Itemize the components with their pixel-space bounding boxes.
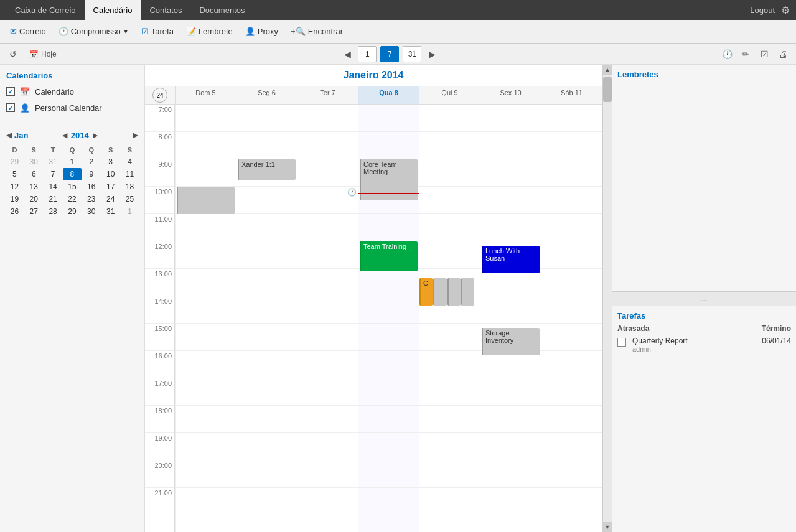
mini-cal-day[interactable]: 29 (5, 156, 24, 168)
next-nav-button[interactable]: ▶ (425, 47, 439, 61)
mini-cal-day[interactable]: 4 (120, 156, 139, 168)
mini-cal-day[interactable]: 17 (101, 180, 120, 193)
mini-cal-day[interactable]: 24 (101, 193, 120, 205)
mini-cal-day[interactable]: 5 (5, 168, 24, 180)
checklist-view-icon[interactable]: ☑ (756, 46, 772, 62)
mini-cal-day[interactable]: 31 (101, 205, 120, 218)
view-day-button[interactable]: 1 (358, 46, 377, 62)
scroll-down-arrow[interactable]: ▼ (602, 522, 612, 532)
mini-cal-day[interactable]: 18 (120, 180, 139, 193)
mini-next-year[interactable]: ▶ (91, 130, 99, 141)
calendar-item-1[interactable]: ✔ 👤 Personal Calendar (6, 101, 138, 114)
time-slot: 13:00 (145, 269, 174, 296)
mini-cal-day[interactable]: 25 (120, 193, 139, 205)
mini-day-header: D (5, 144, 24, 156)
mini-cal-day[interactable]: 28 (44, 205, 63, 218)
mini-cal-day[interactable]: 19 (5, 193, 24, 205)
mini-next-month[interactable]: ▶ (131, 129, 139, 141)
mini-cal-day[interactable]: 10 (101, 168, 120, 180)
vertical-scrollbar[interactable]: ▲ ▼ (602, 65, 612, 532)
nav-tab-correio[interactable]: Caixa de Correio (6, 0, 85, 20)
mini-cal-day[interactable]: 30 (24, 156, 44, 168)
cal-day-header-5[interactable]: Sex 10 (480, 86, 541, 104)
edit-view-icon[interactable]: ✏ (737, 46, 754, 62)
mini-cal-day[interactable]: 16 (82, 180, 101, 193)
hour-row (358, 378, 419, 406)
mini-cal-day[interactable]: 20 (24, 193, 44, 205)
scroll-up-arrow[interactable]: ▲ (602, 65, 612, 75)
time-gutter: 7:008:009:0010:0011:0012:0013:0014:0015:… (145, 105, 175, 532)
mini-cal-day[interactable]: 23 (82, 193, 101, 205)
mini-cal-day[interactable]: 13 (24, 180, 44, 193)
mini-cal-day[interactable]: 11 (120, 168, 139, 180)
refresh-button[interactable]: ↺ (5, 46, 21, 62)
logout-link[interactable]: Logout (750, 6, 775, 15)
scroll-thumb[interactable] (603, 77, 612, 102)
cal-event-event-thu-3[interactable] (447, 278, 461, 306)
hour-row (541, 214, 602, 241)
tarefa-button[interactable]: ☑ Tarefa (136, 24, 179, 39)
mini-cal-day[interactable]: 2 (82, 156, 101, 168)
cal-day-header-1[interactable]: Seg 6 (236, 86, 297, 104)
hoje-button[interactable]: 📅 Hoje (25, 46, 61, 62)
cal-event-team-training[interactable]: Team Training (360, 241, 418, 271)
mini-cal-day[interactable]: 3 (101, 156, 120, 168)
hour-row (419, 460, 480, 488)
view-month-button[interactable]: 31 (403, 46, 421, 62)
calendar-checkbox-0[interactable]: ✔ (6, 87, 15, 96)
hour-row (541, 132, 602, 159)
mini-prev-year[interactable]: ◀ (61, 130, 68, 141)
cal-event-core-team[interactable]: Core Team Meeting (360, 159, 418, 200)
mini-cal-day[interactable]: 30 (82, 205, 101, 218)
cal-event-event-thu-4[interactable] (461, 278, 474, 306)
cal-event-dom-event[interactable] (177, 187, 235, 214)
proxy-label: Proxy (258, 27, 278, 36)
mini-cal-day[interactable]: 8 (63, 168, 82, 180)
calendar-checkbox-1[interactable]: ✔ (6, 103, 15, 112)
mini-cal-day[interactable]: 29 (63, 205, 82, 218)
cal-event-storage-inv[interactable]: Storage Inventory (482, 328, 540, 355)
mini-cal-day[interactable]: 1 (120, 205, 139, 218)
mini-cal-day[interactable]: 12 (5, 180, 24, 193)
mini-cal-day[interactable]: 14 (44, 180, 63, 193)
correio-button[interactable]: ✉ Correio (5, 24, 51, 39)
cal-event-xander[interactable]: Xander 1:1 (238, 159, 296, 180)
cal-day-header-4[interactable]: Qui 9 (419, 86, 480, 104)
gear-icon[interactable]: ⚙ (781, 4, 790, 16)
compromisso-button[interactable]: 🕐 Compromisso ▼ (54, 24, 134, 39)
calendar-item-0[interactable]: ✔ 📅 Calendário (6, 85, 138, 98)
mini-cal-day[interactable]: 21 (44, 193, 63, 205)
mini-cal-day[interactable]: 31 (44, 156, 63, 168)
mini-cal-day[interactable]: 9 (82, 168, 101, 180)
task-checkbox[interactable] (617, 338, 626, 347)
cal-day-header-3[interactable]: Qua 8 (358, 86, 419, 104)
print-icon[interactable]: 🖨 (775, 46, 791, 62)
mini-cal-day[interactable]: 6 (24, 168, 44, 180)
cal-event-lunch-susan[interactable]: Lunch With Susan (482, 246, 540, 273)
lembrete-button[interactable]: 📝 Lembrete (181, 24, 238, 39)
proxy-button[interactable]: 👤 Proxy (240, 24, 283, 39)
view-week-button[interactable]: 7 (380, 46, 399, 62)
cal-day-header-6[interactable]: Sáb 11 (541, 86, 602, 104)
hour-row (480, 132, 541, 159)
nav-tab-contatos[interactable]: Contatos (141, 0, 190, 20)
clock-view-icon[interactable]: 🕐 (719, 46, 735, 62)
cal-day-header-2[interactable]: Ter 7 (297, 86, 358, 104)
cal-day-header-0[interactable]: Dom 5 (175, 86, 236, 104)
mini-cal-day[interactable]: 22 (63, 193, 82, 205)
cal-event-event-thu-1[interactable]: C... (419, 278, 433, 306)
nav-tab-documentos[interactable]: Documentos (190, 0, 253, 20)
mini-cal-day[interactable]: 7 (44, 168, 63, 180)
prev-nav-button[interactable]: ◀ (340, 47, 354, 61)
tasks-title: Tarefas (617, 311, 791, 320)
cal-event-event-thu-2[interactable] (433, 278, 446, 306)
mini-cal-day[interactable]: 1 (63, 156, 82, 168)
mini-prev-month[interactable]: ◀ (5, 129, 13, 141)
mini-cal-day[interactable]: 15 (63, 180, 82, 193)
mini-cal-day[interactable]: 27 (24, 205, 44, 218)
hour-row (480, 296, 541, 324)
cal-body[interactable]: 7:008:009:0010:0011:0012:0013:0014:0015:… (145, 105, 602, 532)
nav-tab-calendario[interactable]: Calendário (85, 0, 141, 20)
encontrar-button[interactable]: +🔍 Encontrar (286, 24, 348, 39)
mini-cal-day[interactable]: 26 (5, 205, 24, 218)
